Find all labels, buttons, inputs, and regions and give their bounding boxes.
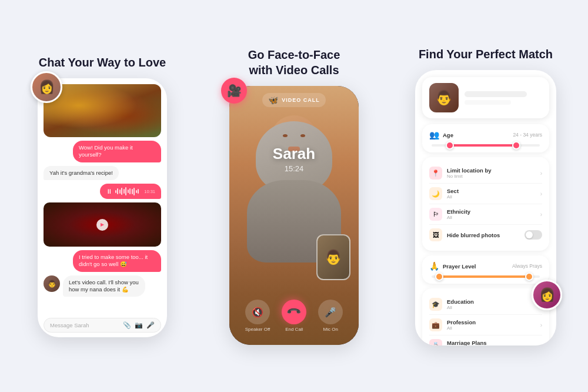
profile-card: 👨 [422,77,549,118]
end-call-circle: 📞 [277,294,312,329]
self-video-preview: 👨 [316,234,350,280]
voice-timestamp: 10:31 [144,189,155,194]
speaker-off-button[interactable]: 🔇 Speaker Off [245,300,270,332]
prayer-slider-thumb-right[interactable] [525,273,533,281]
sect-filter-row[interactable]: 🌙 Sect All › [429,184,542,204]
profession-filter-label: Profession [447,319,536,325]
message-placeholder: Message Sarah [50,322,119,328]
hide-blurred-icon: 🖼 [429,228,442,241]
education-filter-value: All [447,305,536,310]
sect-filter-value: All [447,194,536,200]
camera-icon: 🎥 [227,84,242,98]
caller-info: Sarah 15:24 [273,145,315,173]
food-image-2: ▶ [44,202,161,247]
sect-filter-label: Sect [447,188,536,194]
marriage-filter-row[interactable]: 💍 Marriage Plans All › [429,335,542,346]
match-title: Find Your Perfect Match [419,46,553,62]
self-preview-avatar: 👨 [325,249,342,265]
chat-bubble-right-1: Wow! Did you make it yourself? [73,141,161,162]
video-phone: 🦋 VIDEO CALL Sarah 15:24 👨 🔇 Speaker Off [229,86,359,345]
age-slider-section: 👥 Age 24 - 34 years [422,124,549,152]
prayer-slider-thumb-left[interactable] [435,273,443,281]
profession-arrow-icon: › [540,322,542,328]
prayer-slider-fill [437,275,531,278]
mic-label: Mic On [323,327,338,332]
profession-filter-row[interactable]: 💼 Profession All › [429,315,542,335]
attach-icon[interactable]: 📎 [123,321,131,329]
video-call-badge: 🦋 VIDEO CALL [262,93,326,107]
caller-name: Sarah [273,145,315,163]
chat-inner: Wow! Did you make it yourself? Yah it's … [38,78,167,337]
age-slider-fill [448,144,519,147]
message-input-bar[interactable]: Message Sarah 📎 📷 🎤 [44,318,161,333]
location-filter-row[interactable]: 📍 Limit location by No limit › [429,163,542,184]
age-slider-thumb-left[interactable] [446,141,454,150]
mic-on-button[interactable]: 🎤 Mic On [318,300,343,332]
prayer-slider-track[interactable] [432,275,540,278]
speaker-circle: 🔇 [245,300,270,324]
speaker-label: Speaker Off [245,327,270,332]
marriage-filter-icon: 💍 [429,339,442,346]
ethnicity-arrow-icon: › [540,211,542,218]
profession-filter-value: All [447,325,536,331]
sect-filter-icon: 🌙 [429,187,442,200]
ethnicity-filter-value: All [447,215,536,220]
end-call-label: End Call [285,327,303,332]
marriage-arrow-icon: › [540,343,542,346]
mic-circle: 🎤 [318,300,343,324]
chat-avatar-row: 👨 Let's video call. I'll show you how my… [44,275,161,297]
education-filter-row[interactable]: 🎓 Education All › [429,294,542,315]
prayer-value: Always Prays [512,263,542,269]
education-filter-icon: 🎓 [429,298,442,311]
camera-icon[interactable]: 📷 [135,321,143,329]
profile-name-bar [465,91,527,97]
ethnicity-filter-row[interactable]: 🏳 Ethnicity All › [429,204,542,225]
chat-bubble-right-2: I tried to make some too... it didn't go… [73,250,161,272]
butterfly-icon: 🦋 [268,95,279,105]
voice-message-bubble: ⏸ 10:31 [100,184,161,199]
prayer-slider-header: 🙏 Prayer Level Always Prays [429,261,542,271]
end-call-button[interactable]: 📞 End Call [282,300,306,332]
call-controls: 🔇 Speaker Off 📞 End Call 🎤 Mic On [229,300,359,332]
age-slider-header: 👥 Age 24 - 34 years [429,130,542,139]
mic-icon[interactable]: 🎤 [146,321,155,329]
hide-blurred-toggle[interactable] [524,230,542,240]
video-overlay-top: 🦋 VIDEO CALL [229,86,359,114]
floating-avatar-bottom: 👩 [532,280,562,310]
profile-detail-bar [465,100,511,105]
food-illustration-2: ▶ [44,202,161,247]
marriage-filter-label: Marriage Plans [447,340,536,346]
chat-title: Chat Your Way to Love [39,55,166,70]
chat-bubble-left-2: Let's video call. I'll show you how my n… [63,275,145,297]
video-title: Go Face-to-Face with Video Calls [235,47,353,78]
profile-avatar: 👨 [429,83,459,112]
video-cam-floating-button[interactable]: 🎥 [221,78,247,104]
play-button[interactable]: ▶ [96,219,108,231]
floating-avatar: 👩 [31,71,62,103]
age-range-value: 24 - 34 years [513,132,542,138]
filters-group-1: 📍 Limit location by No limit › 🌙 Sect Al… [422,157,549,251]
age-slider-track[interactable] [432,144,540,147]
hide-blurred-filter-row[interactable]: 🖼 Hide blurred photos [429,225,542,245]
chat-bubble-left-1: Yah it's grandma's recipe! [44,166,119,180]
location-filter-label: Limit location by [447,167,536,174]
education-filter-label: Education [447,298,536,305]
video-panel: Go Face-to-Face with Video Calls 🎥 [203,47,385,345]
age-slider-thumb-right[interactable] [512,141,520,150]
hide-blurred-label: Hide blurred photos [447,232,520,238]
toggle-knob [526,231,533,238]
ethnicity-filter-icon: 🏳 [429,208,442,221]
location-filter-value: No limit [447,174,536,179]
chat-phone: Wow! Did you make it yourself? Yah it's … [38,78,167,337]
location-filter-icon: 📍 [429,167,442,180]
sect-arrow-icon: › [540,191,542,197]
location-arrow-icon: › [540,170,542,177]
prayer-slider-section: 🙏 Prayer Level Always Prays [422,255,549,284]
chat-panel: Chat Your Way to Love 👩 Wow! Did you mak… [12,55,193,337]
match-panel: Find Your Perfect Match 👨 👥 Age 24 - 34 [395,46,576,346]
profession-filter-icon: 💼 [429,318,442,331]
ethnicity-filter-label: Ethnicity [447,208,536,215]
chat-user-avatar: 👨 [44,275,60,292]
prayer-label: 🙏 Prayer Level [429,261,476,271]
waveform [115,187,139,196]
